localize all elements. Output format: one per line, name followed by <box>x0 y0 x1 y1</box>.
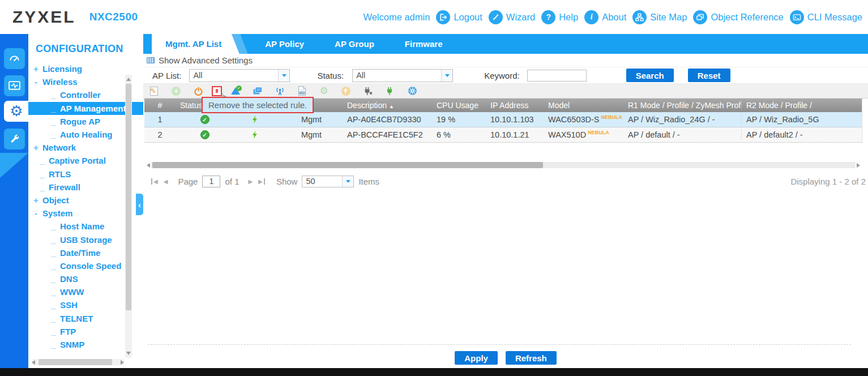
page-label: Page <box>178 177 198 186</box>
chevron-down-icon <box>278 70 289 82</box>
maintenance-icon[interactable] <box>4 129 25 149</box>
dcs-off-icon[interactable] <box>363 86 373 96</box>
help-icon: ? <box>541 10 555 24</box>
show-advanced-settings[interactable]: Show Advanced Settings <box>143 54 868 67</box>
filter-row: AP List: All Status: All Keyword: Search… <box>143 67 868 84</box>
last-page-icon[interactable] <box>258 178 265 185</box>
config-sync-icon[interactable] <box>319 86 329 96</box>
main-layout: ⚙ CONFIGURATION +Licensing -Wireless _Co… <box>0 34 868 368</box>
tab-ap-group[interactable]: AP Group <box>319 34 390 54</box>
items-label: Items <box>358 177 379 186</box>
log-icon[interactable]: LOG <box>297 86 307 96</box>
world-gear-icon[interactable] <box>407 86 417 96</box>
sidebar: ⚙ CONFIGURATION +Licensing -Wireless _Co… <box>0 34 143 368</box>
top-bar: ZYXEL NXC2500 Welcome admin Logout Wizar… <box>0 0 868 34</box>
site-map-icon <box>632 10 647 24</box>
sidebar-item-licensing[interactable]: +Licensing <box>28 62 143 75</box>
scroll-right-icon[interactable] <box>857 163 860 168</box>
nxc2500-admin-screen: ZYXEL NXC2500 Welcome admin Logout Wizar… <box>0 0 868 376</box>
welcome-text: Welcome admin <box>363 12 430 23</box>
status-online-icon <box>200 115 209 124</box>
col-ip-address[interactable]: IP Address <box>486 101 544 110</box>
chevron-down-icon <box>342 176 353 187</box>
advanced-settings-icon <box>147 57 155 63</box>
edit-icon[interactable] <box>149 86 159 96</box>
help-link[interactable]: ? Help <box>541 10 578 24</box>
flash-icon[interactable] <box>341 86 351 96</box>
apply-button[interactable]: Apply <box>455 351 498 365</box>
first-page-icon[interactable] <box>151 178 158 185</box>
col-cpu-usage[interactable]: CPU Usage <box>432 101 486 110</box>
svg-text:LOG: LOG <box>300 92 305 94</box>
dcs-on-icon[interactable] <box>385 86 395 96</box>
about-link[interactable]: i About <box>584 10 626 24</box>
page-input[interactable] <box>202 176 220 187</box>
top-links: Welcome admin Logout Wizard ? Help i Abo… <box>363 10 868 24</box>
bottom-bar <box>0 368 868 376</box>
search-button[interactable]: Search <box>626 69 674 82</box>
radio-information-icon[interactable] <box>275 86 285 96</box>
zyxel-logo: ZYXEL <box>12 7 76 27</box>
content-area: Mgmt. AP List AP Policy AP Group Firmwar… <box>143 34 868 368</box>
nebula-badge: NEBULA <box>588 130 609 135</box>
reboot-icon[interactable] <box>193 86 203 96</box>
displaying-count: Displaying 1 - 2 of 2 <box>790 177 866 186</box>
logout-link[interactable]: Logout <box>436 10 482 24</box>
logout-icon <box>436 10 450 24</box>
col-r2-mode[interactable]: R2 Mode / Profile / <box>741 101 862 110</box>
site-map-link[interactable]: Site Map <box>632 10 687 24</box>
wizard-link[interactable]: Wizard <box>489 10 535 24</box>
pagination-bar: Page of 1 Show 50 Items Displaying 1 - 2… <box>143 171 868 191</box>
configuration-icon[interactable]: ⚙ <box>4 101 29 122</box>
ap-check-icon[interactable] <box>230 86 241 96</box>
power-bolt-icon <box>252 131 258 139</box>
footer-separator <box>148 344 851 345</box>
table-row[interactable]: 1 Mgmt AP-A0E4CB7D9330 19 % 10.10.1.103 … <box>144 112 862 127</box>
ap-list-select[interactable]: All <box>189 69 290 82</box>
remove-icon[interactable] <box>212 86 222 96</box>
power-bolt-icon <box>252 116 258 123</box>
tab-ap-policy[interactable]: AP Policy <box>250 34 319 54</box>
status-select[interactable]: All <box>352 69 453 82</box>
nav-strip-decoration <box>0 153 28 178</box>
action-buttons: Apply Refresh <box>143 351 868 365</box>
status-online-icon <box>200 130 209 139</box>
sidebar-horizontal-scrollbar[interactable] <box>32 359 124 365</box>
col-number[interactable]: # <box>144 101 176 110</box>
keyword-input[interactable] <box>527 70 587 82</box>
device-model: NXC2500 <box>89 11 138 23</box>
monitor-icon[interactable] <box>4 75 25 96</box>
object-reference-link[interactable]: Object Reference <box>693 10 783 24</box>
col-r1-mode[interactable]: R1 Mode / Profile / ZyMesh Profile <box>623 101 741 110</box>
table-horizontal-scrollbar[interactable] <box>147 161 860 169</box>
reset-button[interactable]: Reset <box>688 69 730 82</box>
tab-bar: Mgmt. AP List AP Policy AP Group Firmwar… <box>143 34 868 54</box>
sidebar-panel: CONFIGURATION +Licensing -Wireless _Cont… <box>28 34 143 367</box>
sidebar-vertical-scrollbar[interactable] <box>125 75 132 358</box>
tab-firmware[interactable]: Firmware <box>390 34 458 54</box>
sidebar-title: CONFIGURATION <box>36 43 143 55</box>
page-size-select[interactable]: 50 <box>302 176 354 187</box>
add-icon[interactable] <box>171 86 181 96</box>
cli-message-link[interactable]: CLI Message <box>790 10 862 24</box>
scrollbar-thumb[interactable] <box>152 162 543 168</box>
col-description[interactable]: Description▲ <box>343 101 432 110</box>
scroll-left-icon[interactable] <box>147 163 150 168</box>
wizard-icon <box>489 10 503 24</box>
ap-list-label: AP List: <box>152 71 181 80</box>
page-of-label: of 1 <box>225 177 239 186</box>
refresh-button[interactable]: Refresh <box>506 351 557 365</box>
next-page-icon[interactable] <box>248 178 253 185</box>
dashboard-icon[interactable] <box>4 48 25 69</box>
show-label: Show <box>276 177 298 186</box>
sidebar-collapse-toggle[interactable] <box>136 194 143 215</box>
more-information-icon[interactable] <box>253 86 263 96</box>
table-row[interactable]: 2 Mgmt AP-BCCF4FE1C5F2 6 % 10.10.1.21 WA… <box>144 127 862 143</box>
prev-page-icon[interactable] <box>164 178 168 185</box>
cli-message-icon <box>790 10 804 24</box>
remove-tooltip: Remove the selected rule. <box>202 97 314 113</box>
tab-mgmt-ap-list[interactable]: Mgmt. AP List <box>152 34 240 54</box>
status-label: Status: <box>317 71 344 80</box>
keyword-label: Keyword: <box>484 71 520 80</box>
col-model[interactable]: Model <box>544 101 623 110</box>
